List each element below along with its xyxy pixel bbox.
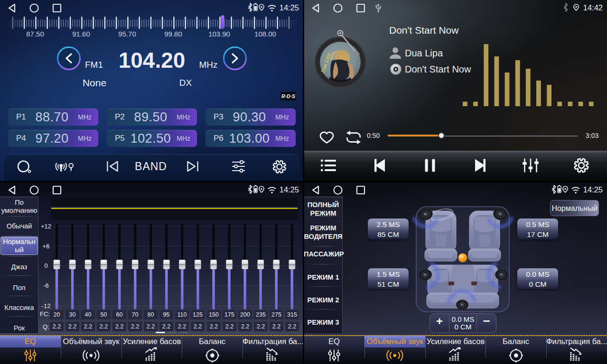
svg-text:14:25: 14:25: [583, 185, 603, 194]
svg-text:BAND: BAND: [135, 160, 167, 173]
